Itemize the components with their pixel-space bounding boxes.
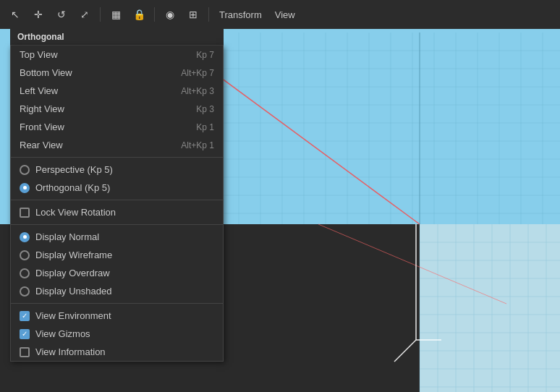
svg-marker-2 <box>420 224 560 392</box>
select-tool-button[interactable]: ↖ <box>4 4 26 25</box>
scale-tool-button[interactable]: ⤢ <box>74 4 96 25</box>
shading-button[interactable]: ◉ <box>159 4 181 25</box>
view-environment-label: View Environment <box>35 310 111 321</box>
rotate-tool-button[interactable]: ↺ <box>51 4 72 25</box>
bottom-view-label: Bottom View <box>20 67 181 78</box>
top-view-label: Top View <box>20 49 196 60</box>
rear-view-shortcut: Alt+Kp 1 <box>181 140 214 150</box>
transform-menu-button[interactable]: Transform <box>213 7 268 23</box>
display-wireframe-radio[interactable]: Display Wireframe <box>11 246 223 264</box>
display-normal-radio[interactable]: Display Normal <box>11 228 223 246</box>
dropdown-title: Orthogonal <box>17 32 64 42</box>
divider-1 <box>11 157 223 158</box>
orthogonal-radio[interactable]: Orthogonal (Kp 5) <box>11 179 223 197</box>
separator-3 <box>208 7 209 22</box>
separator-1 <box>100 7 101 22</box>
dropdown-header: Orthogonal <box>10 29 224 46</box>
right-view-shortcut: Kp 3 <box>196 104 214 114</box>
perspective-label: Perspective (Kp 5) <box>35 164 113 175</box>
lock-view-checkbox-box <box>20 208 30 218</box>
display-overdraw-label: Display Overdraw <box>35 268 110 278</box>
view-gizmos-box <box>20 329 30 339</box>
view-information-label: View Information <box>35 346 106 357</box>
right-view-item[interactable]: Right View Kp 3 <box>11 100 223 118</box>
left-view-shortcut: Alt+Kp 3 <box>181 86 214 96</box>
perspective-radio[interactable]: Perspective (Kp 5) <box>11 161 223 179</box>
left-view-item[interactable]: Left View Alt+Kp 3 <box>11 82 223 100</box>
view-information-checkbox[interactable]: View Information <box>11 343 223 361</box>
bottom-view-shortcut: Alt+Kp 7 <box>181 68 214 78</box>
dropdown-menu-content: Top View Kp 7 Bottom View Alt+Kp 7 Left … <box>10 46 224 362</box>
display-normal-label: Display Normal <box>35 231 99 242</box>
separator-2 <box>154 7 155 22</box>
display-overdraw-circle <box>20 268 30 278</box>
divider-4 <box>11 303 223 304</box>
display-overdraw-radio[interactable]: Display Overdraw <box>11 264 223 282</box>
left-view-label: Left View <box>20 85 181 96</box>
orthogonal-radio-inner <box>23 186 27 189</box>
view-gizmos-checkbox[interactable]: View Gizmos <box>11 325 223 343</box>
view-menu-button[interactable]: View <box>269 7 301 23</box>
top-view-item[interactable]: Top View Kp 7 <box>11 46 223 64</box>
display-wireframe-label: Display Wireframe <box>35 250 112 260</box>
front-view-label: Front View <box>20 122 196 132</box>
front-view-shortcut: Kp 1 <box>196 122 214 132</box>
lock-button[interactable]: 🔒 <box>128 4 150 25</box>
view-environment-checkbox[interactable]: View Environment <box>11 307 223 325</box>
display-unshaded-label: Display Unshaded <box>35 286 112 297</box>
rear-view-label: Rear View <box>20 140 181 150</box>
bottom-view-item[interactable]: Bottom View Alt+Kp 7 <box>11 64 223 82</box>
display-unshaded-circle <box>20 286 30 297</box>
display-wireframe-circle <box>20 250 30 260</box>
top-view-shortcut: Kp 7 <box>196 50 214 60</box>
view-dropdown: Orthogonal Top View Kp 7 Bottom View Alt… <box>10 29 224 362</box>
perspective-radio-circle <box>20 165 30 175</box>
orthogonal-radio-circle <box>20 183 30 193</box>
view-environment-box <box>20 311 30 321</box>
front-view-item[interactable]: Front View Kp 1 <box>11 118 223 136</box>
display-unshaded-radio[interactable]: Display Unshaded <box>11 282 223 300</box>
divider-3 <box>11 224 223 225</box>
divider-2 <box>11 200 223 200</box>
display-normal-inner <box>23 235 27 239</box>
display-normal-circle <box>20 232 30 242</box>
lock-view-label: Lock View Rotation <box>35 207 116 218</box>
view-gizmos-label: View Gizmos <box>35 328 90 339</box>
view-information-box <box>20 347 30 357</box>
move-tool-button[interactable]: ✛ <box>27 4 49 25</box>
toolbar: ↖ ✛ ↺ ⤢ ▦ 🔒 ◉ ⊞ Transform View <box>0 0 560 29</box>
right-view-label: Right View <box>20 103 196 114</box>
orthogonal-label: Orthogonal (Kp 5) <box>35 182 110 193</box>
view-options-button[interactable]: ▦ <box>105 4 127 25</box>
rear-view-item[interactable]: Rear View Alt+Kp 1 <box>11 136 223 154</box>
lock-view-rotation-checkbox[interactable]: Lock View Rotation <box>11 203 223 221</box>
overlay-button[interactable]: ⊞ <box>182 4 204 25</box>
